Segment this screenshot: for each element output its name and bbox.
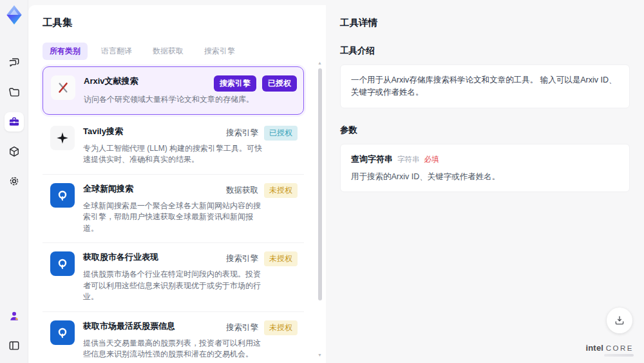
sidebar-item-files[interactable] — [5, 83, 24, 102]
folder-icon — [8, 86, 21, 99]
tool-list-panel: 工具集 所有类别 语言翻译 数据获取 搜索引擎 — [28, 5, 326, 363]
category-label: 搜索引擎 — [226, 253, 258, 264]
detail-title: 工具详情 — [340, 17, 630, 29]
tool-name: 全球新闻搜索 — [83, 183, 221, 195]
tool-description: 访问各个研究领域大量科学论文和文章的存储库。 — [84, 94, 265, 106]
sidebar-item-profile[interactable] — [5, 306, 24, 326]
param-name: 查询字符串 — [351, 153, 393, 165]
tool-description: 全球新闻搜索是一个聚合全球各大新闻网站内容的搜索引擎，帮助用户快速获取全球最新资… — [83, 201, 265, 235]
brand-subline — [604, 354, 634, 357]
status-badge: 未授权 — [264, 320, 298, 335]
category-tabs: 所有类别 语言翻译 数据获取 搜索引擎 — [43, 43, 310, 60]
category-label: 搜索引擎 — [226, 322, 258, 333]
status-badge: 已授权 — [264, 126, 298, 141]
param-type: 字符串 — [397, 155, 420, 164]
tool-name: 获取市场最活跃股票信息 — [83, 320, 221, 332]
sidebar-item-settings[interactable] — [5, 172, 24, 191]
intro-box: 一个用于从Arxiv存储库搜索科学论文和文章的工具。 输入可以是Arxiv ID… — [340, 64, 630, 108]
list-scrollbar[interactable]: ▲ ▼ — [317, 61, 323, 358]
category-label: 数据获取 — [226, 185, 258, 196]
user-icon — [8, 309, 21, 322]
app-logo — [3, 4, 25, 26]
params-heading: 参数 — [340, 124, 630, 136]
brand-intel: intel — [585, 343, 603, 353]
tool-card-arxiv[interactable]: Arxiv文献搜索 搜索引擎 已授权 访问各个研究领域大量科学论文和文章的存储库… — [43, 66, 304, 115]
tab-data-fetch[interactable]: 数据获取 — [146, 43, 191, 60]
tool-description: 提供股票市场各个行业在特定时间段内的表现。投资者可以利用这些信息来识别表现优于或… — [83, 269, 265, 303]
tool-card-sector-performance[interactable]: 获取股市各行业表现 搜索引擎 未授权 提供股票市场各个行业在特定时间段内的表现。… — [43, 243, 304, 312]
intro-text: 一个用于从Arxiv存储库搜索科学论文和文章的工具。 输入可以是Arxiv ID… — [351, 74, 619, 99]
blue-q-logo-icon — [50, 183, 75, 208]
blue-q-logo-icon — [50, 320, 75, 345]
cube-icon — [8, 145, 21, 158]
tool-name: Arxiv文献搜索 — [84, 75, 209, 87]
tool-detail-panel: 工具详情 工具介绍 一个用于从Arxiv存储库搜索科学论文和文章的工具。 输入可… — [326, 5, 644, 363]
download-icon — [614, 315, 625, 326]
scrollbar-thumb[interactable] — [318, 68, 322, 300]
intro-heading: 工具介绍 — [340, 45, 630, 57]
tool-card-tavily[interactable]: Tavily搜索 搜索引擎 已授权 专为人工智能代理 (LLM) 构建的搜索引擎… — [43, 117, 304, 175]
tab-language-translation[interactable]: 语言翻译 — [94, 43, 139, 60]
tool-name: Tavily搜索 — [83, 126, 221, 137]
chat-icon — [8, 56, 21, 69]
scrollbar-down-arrow[interactable]: ▼ — [317, 353, 323, 358]
tool-card-most-active-stocks[interactable]: 获取市场最活跃股票信息 搜索引擎 未授权 提供当天交易量最高的股票列表，投资者可… — [43, 312, 304, 363]
category-badge: 搜索引擎 — [214, 75, 256, 92]
tool-description: 专为人工智能代理 (LLM) 构建的搜索引擎工具。可快速提供实时、准确和真实的结… — [83, 143, 265, 166]
intel-core-logo: intel CORE — [585, 343, 634, 357]
param-box: 查询字符串 字符串 必填 用于搜索的Arxiv ID、关键字或作者姓名。 — [340, 144, 630, 192]
arxiv-logo-icon — [51, 75, 75, 100]
sidebar-item-packages[interactable] — [5, 142, 24, 161]
sidebar-bottom — [5, 306, 24, 357]
sidebar-item-chat[interactable] — [5, 53, 24, 72]
app-window: 工具集 所有类别 语言翻译 数据获取 搜索引擎 — [0, 0, 644, 363]
gear-icon — [8, 175, 21, 188]
tavily-star-icon — [50, 126, 75, 150]
tab-all-categories[interactable]: 所有类别 — [43, 43, 88, 60]
sidebar — [0, 0, 28, 363]
collapse-panel-icon — [8, 339, 21, 352]
param-description: 用于搜索的Arxiv ID、关键字或作者姓名。 — [351, 172, 619, 182]
tool-list: Arxiv文献搜索 搜索引擎 已授权 访问各个研究领域大量科学论文和文章的存储库… — [43, 66, 310, 363]
tool-card-global-news[interactable]: 全球新闻搜索 数据获取 未授权 全球新闻搜索是一个聚合全球各大新闻网站内容的搜索… — [43, 175, 304, 244]
sidebar-item-toolbox[interactable] — [5, 112, 24, 132]
status-badge: 未授权 — [264, 251, 298, 266]
main-area: 工具集 所有类别 语言翻译 数据获取 搜索引擎 — [28, 0, 644, 363]
toolbox-icon — [8, 115, 21, 128]
tool-name: 获取股市各行业表现 — [83, 251, 221, 263]
status-badge: 已授权 — [262, 75, 297, 92]
sidebar-item-collapse[interactable] — [5, 336, 24, 355]
tab-search-engine[interactable]: 搜索引擎 — [197, 43, 242, 60]
scrollbar-up-arrow[interactable]: ▲ — [317, 61, 323, 66]
blue-q-logo-icon — [50, 251, 75, 276]
category-label: 搜索引擎 — [226, 128, 258, 139]
tool-description: 提供当天交易量最高的股票列表，投资者可以利用这些信息来识别流动性强的股票和潜在的… — [83, 338, 265, 360]
brand-core: CORE — [606, 344, 634, 352]
download-button[interactable] — [607, 308, 632, 333]
page-title: 工具集 — [43, 16, 310, 30]
param-required-badge: 必填 — [424, 155, 439, 164]
status-badge: 未授权 — [264, 183, 298, 198]
